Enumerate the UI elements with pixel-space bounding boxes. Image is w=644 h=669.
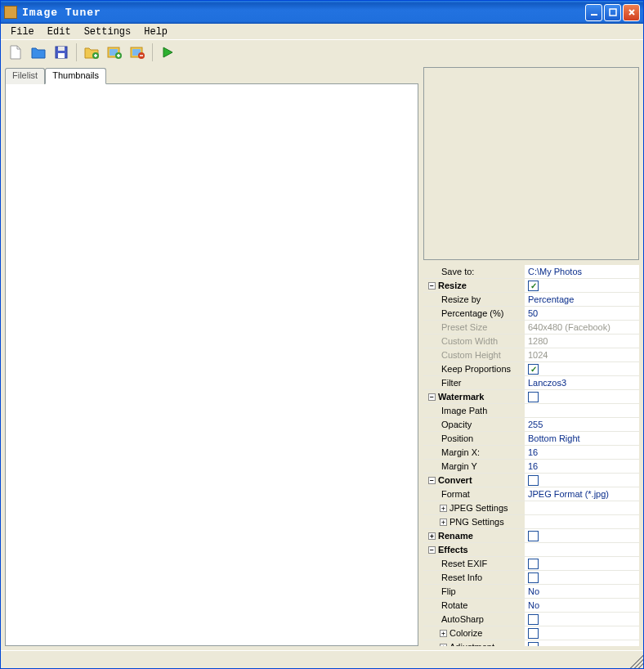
reset-info-checkbox[interactable] bbox=[528, 572, 539, 583]
tab-filelist[interactable]: Filelist bbox=[5, 68, 45, 84]
app-icon bbox=[4, 6, 17, 19]
section-watermark[interactable]: −Watermark bbox=[423, 390, 639, 404]
prop-resize-by[interactable]: Resize by Percentage bbox=[423, 293, 639, 307]
svg-rect-1 bbox=[610, 9, 616, 16]
maximize-button[interactable] bbox=[604, 4, 621, 21]
section-rename[interactable]: +Rename bbox=[423, 529, 639, 543]
svg-rect-4 bbox=[58, 53, 65, 58]
expand-icon[interactable]: + bbox=[440, 519, 447, 526]
resize-grip-icon[interactable] bbox=[630, 655, 643, 668]
convert-checkbox[interactable] bbox=[528, 475, 539, 486]
tab-thumbnails[interactable]: Thumbnails bbox=[45, 68, 106, 84]
prop-preset-size: Preset Size 640x480 (Facebook) bbox=[423, 321, 639, 334]
content-area: Filelist Thumbnails Save to: C:\My Photo… bbox=[1, 65, 643, 650]
tabs: Filelist Thumbnails bbox=[5, 68, 418, 84]
section-resize[interactable]: −Resize bbox=[423, 279, 639, 293]
expand-icon[interactable]: + bbox=[440, 505, 447, 512]
titlebar: Image Tuner bbox=[1, 1, 643, 24]
reset-exif-checkbox[interactable] bbox=[528, 559, 539, 569]
right-pane: Save to: C:\My Photos −Resize Resize by … bbox=[423, 67, 639, 646]
prop-keep-proportions[interactable]: Keep Proportions bbox=[423, 362, 639, 376]
prop-save-to[interactable]: Save to: C:\My Photos bbox=[423, 265, 639, 279]
add-folder-button[interactable] bbox=[105, 43, 124, 62]
expand-icon[interactable]: + bbox=[440, 630, 447, 637]
menu-settings[interactable]: Settings bbox=[78, 25, 138, 39]
collapse-icon[interactable]: − bbox=[428, 282, 436, 290]
statusbar bbox=[1, 650, 643, 668]
menu-edit[interactable]: Edit bbox=[41, 25, 78, 39]
prop-flip[interactable]: Flip No bbox=[423, 585, 639, 599]
prop-image-path[interactable]: Image Path bbox=[423, 404, 639, 418]
add-file-button[interactable] bbox=[82, 43, 101, 62]
window-title: Image Tuner bbox=[22, 7, 585, 19]
prop-rotate[interactable]: Rotate No bbox=[423, 599, 639, 613]
app-window: Image Tuner File Edit Settings Help bbox=[0, 0, 644, 669]
prop-margin-x[interactable]: Margin X: 16 bbox=[423, 446, 639, 460]
prop-custom-width: Custom Width 1280 bbox=[423, 334, 639, 348]
left-pane: Filelist Thumbnails bbox=[5, 67, 418, 646]
toolbar-separator bbox=[76, 43, 77, 61]
window-controls bbox=[585, 4, 643, 21]
colorize-checkbox[interactable] bbox=[528, 628, 539, 639]
prop-adjustment[interactable]: +Adjustment bbox=[423, 640, 639, 646]
open-folder-button[interactable] bbox=[29, 43, 48, 62]
svg-rect-3 bbox=[58, 47, 65, 51]
close-button[interactable] bbox=[623, 4, 640, 21]
expand-icon[interactable]: + bbox=[428, 532, 436, 540]
prop-filter[interactable]: Filter Lanczos3 bbox=[423, 376, 639, 390]
toolbar bbox=[1, 40, 643, 65]
section-effects[interactable]: −Effects bbox=[423, 543, 639, 557]
rename-checkbox[interactable] bbox=[528, 531, 539, 541]
thumbnails-panel[interactable] bbox=[5, 83, 418, 646]
new-document-button[interactable] bbox=[6, 43, 25, 62]
prop-percentage[interactable]: Percentage (%) 50 bbox=[423, 307, 639, 321]
preview-box bbox=[423, 67, 639, 260]
menubar: File Edit Settings Help bbox=[1, 24, 643, 40]
resize-checkbox[interactable] bbox=[528, 281, 539, 291]
prop-position[interactable]: Position Bottom Right bbox=[423, 432, 639, 446]
collapse-icon[interactable]: − bbox=[428, 546, 436, 554]
svg-rect-0 bbox=[591, 14, 597, 16]
prop-autosharp[interactable]: AutoSharp bbox=[423, 613, 639, 626]
menu-help[interactable]: Help bbox=[137, 25, 174, 39]
menu-file[interactable]: File bbox=[4, 25, 41, 39]
adjustment-checkbox[interactable] bbox=[528, 642, 539, 647]
watermark-checkbox[interactable] bbox=[528, 392, 539, 402]
prop-opacity[interactable]: Opacity 255 bbox=[423, 418, 639, 432]
prop-margin-y[interactable]: Margin Y 16 bbox=[423, 460, 639, 474]
prop-colorize[interactable]: +Colorize bbox=[423, 626, 639, 640]
prop-format[interactable]: Format JPEG Format (*.jpg) bbox=[423, 487, 639, 501]
keep-proportions-checkbox[interactable] bbox=[528, 364, 539, 375]
collapse-icon[interactable]: − bbox=[428, 477, 436, 484]
section-convert[interactable]: −Convert bbox=[423, 474, 639, 487]
toolbar-separator bbox=[152, 43, 153, 61]
minimize-button[interactable] bbox=[585, 4, 602, 21]
prop-jpeg-settings[interactable]: +JPEG Settings bbox=[423, 501, 639, 515]
run-button[interactable] bbox=[158, 43, 177, 62]
remove-image-button[interactable] bbox=[127, 43, 147, 62]
prop-png-settings[interactable]: +PNG Settings bbox=[423, 515, 639, 529]
collapse-icon[interactable]: − bbox=[428, 393, 436, 401]
prop-reset-exif[interactable]: Reset EXIF bbox=[423, 557, 639, 571]
properties-grid: Save to: C:\My Photos −Resize Resize by … bbox=[423, 265, 639, 646]
prop-custom-height: Custom Height 1024 bbox=[423, 348, 639, 362]
prop-reset-info[interactable]: Reset Info bbox=[423, 571, 639, 585]
save-button[interactable] bbox=[51, 43, 71, 62]
expand-icon[interactable]: + bbox=[440, 644, 447, 647]
autosharp-checkbox[interactable] bbox=[528, 614, 539, 625]
